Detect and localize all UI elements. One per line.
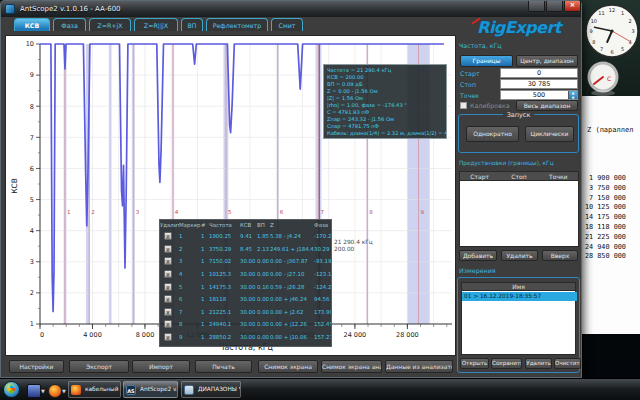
svg-text:8: 8 bbox=[592, 39, 595, 45]
marker-delete-button[interactable]: X bbox=[164, 320, 172, 328]
points-input[interactable]: 500 ▲▼ bbox=[500, 90, 578, 100]
preset-remove-button[interactable]: Удалить bbox=[501, 250, 538, 261]
marker-cell: 8.45 bbox=[240, 246, 257, 252]
marker-delete-button[interactable]: X bbox=[164, 245, 172, 253]
full-range-button[interactable]: Весь диапазон bbox=[516, 100, 578, 111]
start-button[interactable] bbox=[3, 381, 20, 398]
measurement-open-button[interactable]: Открыть bbox=[460, 358, 489, 369]
marker-table: УдалитьМаркер#ЧастотаКСВВПZФазаX111900.2… bbox=[159, 219, 332, 347]
svg-text:4 000: 4 000 bbox=[83, 331, 102, 339]
marker-table-header-cell: КСВ bbox=[240, 222, 257, 228]
run-cyclic-button[interactable]: Циклически bbox=[525, 126, 574, 142]
run-single-button[interactable]: Однократно bbox=[466, 126, 519, 142]
svg-text:2: 2 bbox=[629, 18, 632, 24]
svg-text:4: 4 bbox=[30, 227, 34, 235]
settings-button[interactable]: Настройки bbox=[9, 360, 64, 373]
marker-number: 2 bbox=[91, 209, 95, 215]
export-button[interactable]: Экспорт bbox=[69, 360, 129, 373]
svg-text:0: 0 bbox=[40, 331, 44, 339]
marker-delete-button[interactable]: X bbox=[164, 283, 172, 291]
marker-cell: 94.56 bbox=[314, 296, 331, 302]
start-input[interactable]: 0 bbox=[500, 68, 578, 78]
center-span-mode-button[interactable]: Центр, диапазон bbox=[516, 55, 578, 67]
marker-cell: 0.00 bbox=[257, 334, 270, 340]
app-icon bbox=[5, 4, 15, 14]
tab-phase[interactable]: Фаза bbox=[53, 18, 86, 31]
tab-z-parallel[interactable]: Z=R||jX bbox=[134, 18, 178, 31]
marker-cell: 1.85 bbox=[257, 233, 270, 239]
taskbar-item-browser[interactable]: кабельный поет... bbox=[68, 381, 121, 398]
marker-cell: 30.00 bbox=[240, 271, 257, 277]
preset-add-button[interactable]: Добавить bbox=[459, 250, 497, 261]
tooltip-line: |Z| = 1.56 Ом bbox=[327, 95, 443, 102]
marker-delete-button[interactable]: X bbox=[164, 295, 172, 303]
titlebar[interactable]: AntScope2 v.1.0.16 - AA-600 × bbox=[1, 1, 581, 17]
points-spinner[interactable]: ▲▼ bbox=[568, 91, 577, 99]
tooltip-line: ВП = 0.09 дБ bbox=[327, 81, 443, 88]
taskbar-item-antscope[interactable]: AS AntScope2 v.1.0.1... bbox=[123, 381, 178, 398]
firefox-quicklaunch-icon[interactable] bbox=[48, 384, 62, 398]
marker-cell: 14175.3 bbox=[209, 284, 240, 290]
maximize-button[interactable] bbox=[546, 1, 563, 12]
print-button[interactable]: Печать bbox=[195, 360, 252, 373]
marker-delete-button[interactable]: X bbox=[164, 232, 172, 240]
marker-delete-button[interactable]: X bbox=[164, 333, 172, 341]
chevron-down-icon[interactable]: ▼ bbox=[62, 388, 66, 394]
marker-cell: 28850.2 bbox=[209, 334, 240, 340]
start-label: Старт bbox=[460, 70, 480, 77]
tooltip-line: Zпар = 243.32 - j1.56 Ом bbox=[327, 116, 443, 123]
tooltip-line: |rho| = 1.00, фаза = -176.43 ° bbox=[327, 102, 443, 109]
marker-cell: 5 bbox=[179, 284, 201, 290]
close-button[interactable]: × bbox=[564, 1, 581, 12]
marker-cell: 3750.29 bbox=[209, 246, 240, 252]
measurement-clear-button[interactable]: Очистить bbox=[554, 358, 581, 369]
svg-text:28 000: 28 000 bbox=[396, 331, 419, 339]
svg-text:4: 4 bbox=[629, 39, 632, 45]
tab-tdr[interactable]: Рефлектометр bbox=[206, 18, 268, 31]
marker-cell: 1 bbox=[201, 296, 209, 302]
marker-cell: 21225.1 bbox=[209, 309, 240, 315]
marker-delete-button[interactable]: X bbox=[164, 308, 172, 316]
marker-number: 5 bbox=[228, 209, 232, 215]
presets-list[interactable] bbox=[459, 181, 579, 247]
minimize-button[interactable] bbox=[528, 1, 545, 12]
marker-cell: 0.00 - j367.87 bbox=[270, 258, 314, 264]
run-group-title: Запуск bbox=[503, 111, 535, 119]
tab-return-loss[interactable]: ВП bbox=[181, 18, 203, 31]
analyzer-data-button[interactable]: Данные из анализатора bbox=[385, 360, 453, 373]
screenshot-button[interactable]: Снимок экрана bbox=[258, 360, 318, 373]
import-button[interactable]: Импорт bbox=[132, 360, 190, 373]
marker-cell: 0.00 - j27.10 bbox=[270, 271, 314, 277]
document-icon bbox=[184, 385, 194, 395]
marker-cell: 30.00 bbox=[240, 334, 257, 340]
chevron-down-icon[interactable]: ▼ bbox=[41, 388, 45, 394]
analyzer-screenshot-button[interactable]: Снимок экрана анализатора bbox=[321, 360, 382, 373]
marker-cell: 0.00 bbox=[257, 271, 270, 277]
marker-number: 7 bbox=[320, 209, 324, 215]
marker-delete-button[interactable]: X bbox=[164, 270, 172, 278]
measurement-delete-button[interactable]: Удалить bbox=[525, 358, 552, 369]
bounds-mode-button[interactable]: Границы bbox=[460, 55, 513, 67]
marker-delete-button[interactable]: X bbox=[164, 257, 172, 265]
marker-cell: 24940.1 bbox=[209, 321, 240, 327]
stop-input[interactable]: 30 785 bbox=[500, 79, 578, 89]
tooltip-line: C = 4791.93 пФ bbox=[327, 109, 443, 116]
marker-cell: 1 bbox=[201, 271, 209, 277]
measurement-save-button[interactable]: Сохранить bbox=[491, 358, 522, 369]
marker-cell: 30.00 bbox=[240, 258, 257, 264]
frequency-list: 1 900 000 3 750 000 7 150 000 10 125 000… bbox=[585, 174, 640, 262]
preset-up-button[interactable]: Вверх bbox=[542, 250, 578, 261]
marker-number: 6 bbox=[280, 209, 284, 215]
tab-swr[interactable]: КСВ bbox=[14, 18, 50, 31]
marker-cell: 30.00 bbox=[240, 284, 257, 290]
marker-number: 9 bbox=[421, 209, 425, 215]
tab-z-series[interactable]: Z=R+jX bbox=[89, 18, 131, 31]
svg-text:2: 2 bbox=[30, 289, 34, 297]
calibration-checkbox[interactable] bbox=[460, 102, 467, 109]
taskbar-item-document[interactable]: ДИАПАЗОНЫ ЧА... bbox=[181, 381, 241, 398]
tab-smith[interactable]: Смит bbox=[271, 18, 303, 31]
svg-text:3: 3 bbox=[30, 258, 34, 266]
save-quicklaunch-icon[interactable] bbox=[27, 384, 41, 398]
marker-row: X9128850.230.000.000.00 + j10.06157.27 bbox=[160, 331, 331, 344]
measurement-row-selected[interactable]: 01 > 16.12.2019-18:35:57 bbox=[462, 292, 577, 301]
